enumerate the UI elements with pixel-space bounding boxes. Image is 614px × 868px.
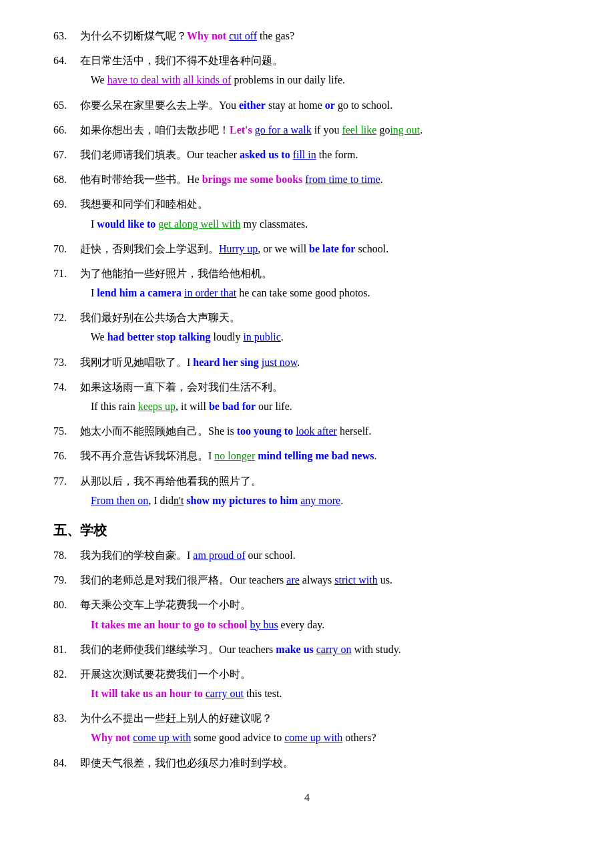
list-item: 77. 从那以后，我不再给他看我的照片了。 From then on, I di… xyxy=(53,472,561,509)
phrase: fill in xyxy=(293,149,316,160)
item-number: 64. xyxy=(53,51,80,89)
item-number: 73. xyxy=(53,353,80,371)
phrase: n't xyxy=(174,495,184,506)
item-body: 你要么呆在家里要么去上学。You either stay at home or … xyxy=(80,96,561,114)
keyword: or xyxy=(325,99,335,111)
phrase: asked us to xyxy=(240,149,290,160)
phrase: strict with xyxy=(334,574,377,586)
list-item: 81. 我们的老师使我们继续学习。Our teachers make us ca… xyxy=(53,640,561,658)
list-item: 76. 我不再介意告诉我坏消息。I no longer mind telling… xyxy=(53,447,561,465)
item-body: 从那以后，我不再给他看我的照片了。 From then on, I didn't… xyxy=(80,472,561,509)
zh-text: 每天乘公交车上学花费我一个小时。 xyxy=(80,596,561,614)
item-number: 67. xyxy=(53,146,80,164)
item-body: 赶快，否则我们会上学迟到。Hurry up, or we will be lat… xyxy=(80,240,561,258)
en-text: We have to deal with all kinds of proble… xyxy=(80,71,561,89)
zh-text: 为什么不切断煤气呢？Why not cut off the gas? xyxy=(80,27,561,45)
zh-text: 我们老师请我们填表。Our teacher asked us to fill i… xyxy=(80,146,561,164)
zh-text: 如果这场雨一直下着，会对我们生活不利。 xyxy=(80,378,561,396)
phrase: Why not xyxy=(91,732,130,743)
phrase: be bad for xyxy=(209,401,256,412)
zh-text: 我不再介意告诉我坏消息。I no longer mind telling me … xyxy=(80,447,561,465)
phrase: are xyxy=(286,574,300,586)
zh-text: 如果你想出去，咱们去散步吧！Let's go for a walk if you… xyxy=(80,121,561,139)
item-number: 69. xyxy=(53,195,80,232)
item-body: 她太小而不能照顾她自己。She is too young to look aft… xyxy=(80,422,561,440)
item-number: 80. xyxy=(53,596,80,633)
en-inline: Why not xyxy=(187,30,226,41)
phrase: come up with xyxy=(284,732,342,743)
phrase: come up with xyxy=(133,732,191,743)
list-item: 82. 开展这次测试要花费我们一个小时。 It will take us an … xyxy=(53,665,561,702)
item-number: 75. xyxy=(53,422,80,440)
item-number: 66. xyxy=(53,121,80,139)
item-body: 在日常生活中，我们不得不处理各种问题。 We have to deal with… xyxy=(80,51,561,89)
zh-text: 我刚才听见她唱歌了。I heard her sing just now. xyxy=(80,353,561,371)
item-body: 我们最好别在公共场合大声聊天。 We had better stop talki… xyxy=(80,308,561,346)
section-header: 五、学校 xyxy=(53,521,561,539)
item-number: 65. xyxy=(53,96,80,114)
phrase: would like to xyxy=(97,218,156,230)
list-item: 65. 你要么呆在家里要么去上学。You either stay at home… xyxy=(53,96,561,114)
item-number: 82. xyxy=(53,665,80,702)
list-item: 79. 我们的老师总是对我们很严格。Our teachers are alway… xyxy=(53,571,561,589)
zh-text: 我想要和同学们和睦相处。 xyxy=(80,195,561,213)
item-body: 我不再介意告诉我坏消息。I no longer mind telling me … xyxy=(80,447,561,465)
item-number: 81. xyxy=(53,640,80,658)
page-content: 63. 为什么不切断煤气呢？Why not cut off the gas? 6… xyxy=(53,27,561,804)
phrase: carry out xyxy=(206,688,244,699)
item-number: 84. xyxy=(53,754,80,772)
item-body: 为了他能拍一些好照片，我借给他相机。 I lend him a camera i… xyxy=(80,264,561,302)
list-item: 70. 赶快，否则我们会上学迟到。Hurry up, or we will be… xyxy=(53,240,561,258)
phrase: lend him a camera xyxy=(97,287,182,298)
list-item: 74. 如果这场雨一直下着，会对我们生活不利。 If this rain kee… xyxy=(53,378,561,415)
phrase: ing out xyxy=(390,124,420,136)
en-text: I lend him a camera in order that he can… xyxy=(80,284,561,302)
phrase: keeps up xyxy=(138,401,176,412)
list-item: 72. 我们最好别在公共场合大声聊天。 We had better stop t… xyxy=(53,308,561,346)
item-number: 76. xyxy=(53,447,80,465)
phrase: heard her sing xyxy=(193,357,258,368)
phrase: go for a walk xyxy=(255,124,312,136)
phrase: in public xyxy=(243,331,280,343)
zh-text: 我们最好别在公共场合大声聊天。 xyxy=(80,308,561,327)
item-body: 他有时带给我一些书。He brings me some books from t… xyxy=(80,170,561,188)
phrase: am proud of xyxy=(193,550,245,561)
list-item: 71. 为了他能拍一些好照片，我借给他相机。 I lend him a came… xyxy=(53,264,561,302)
phrase: be late for xyxy=(309,243,355,254)
item-body: 我们老师请我们填表。Our teacher asked us to fill i… xyxy=(80,146,561,164)
zh-text: 为了他能拍一些好照片，我借给他相机。 xyxy=(80,264,561,282)
en-text: It takes me an hour to go to school by b… xyxy=(80,616,561,634)
page-number: 4 xyxy=(53,792,561,804)
item-body: 为什么不切断煤气呢？Why not cut off the gas? xyxy=(80,27,561,45)
phrase: from time to time xyxy=(305,174,380,185)
item-number: 83. xyxy=(53,709,80,746)
en-text: From then on, I didn't show my pictures … xyxy=(80,491,561,509)
phrase: From then on xyxy=(91,495,148,506)
zh-text: 即使天气很差，我们也必须尽力准时到学校。 xyxy=(80,754,561,772)
zh-text: 我们的老师使我们继续学习。Our teachers make us carry … xyxy=(80,640,561,658)
zh-text: 为什么不提出一些赶上别人的好建议呢？ xyxy=(80,709,561,727)
phrase: any more xyxy=(300,495,340,506)
item-body: 我想要和同学们和睦相处。 I would like to get along w… xyxy=(80,195,561,232)
list-item: 84. 即使天气很差，我们也必须尽力准时到学校。 xyxy=(53,754,561,772)
item-number: 72. xyxy=(53,308,80,346)
list-item: 64. 在日常生活中，我们不得不处理各种问题。 We have to deal … xyxy=(53,51,561,89)
item-body: 我刚才听见她唱歌了。I heard her sing just now. xyxy=(80,353,561,371)
phrase: It takes me an hour to go to school xyxy=(91,619,247,630)
en-text: I would like to get along well with my c… xyxy=(80,215,561,233)
phrase: in order that xyxy=(184,287,236,298)
list-item: 69. 我想要和同学们和睦相处。 I would like to get alo… xyxy=(53,195,561,232)
list-item: 63. 为什么不切断煤气呢？Why not cut off the gas? xyxy=(53,27,561,45)
en-text: We had better stop talking loudly in pub… xyxy=(80,328,561,346)
phrase: no longer xyxy=(214,450,255,461)
zh-text: 她太小而不能照顾她自己。She is too young to look aft… xyxy=(80,422,561,440)
phrase: had better stop talking xyxy=(107,331,211,343)
item-number: 77. xyxy=(53,472,80,509)
zh-text: 从那以后，我不再给他看我的照片了。 xyxy=(80,472,561,490)
list-item: 68. 他有时带给我一些书。He brings me some books fr… xyxy=(53,170,561,188)
item-number: 78. xyxy=(53,546,80,564)
item-number: 71. xyxy=(53,264,80,302)
items-section-2: 78. 我为我们的学校自豪。I am proud of our school. … xyxy=(53,546,561,772)
item-number: 63. xyxy=(53,27,80,45)
item-number: 70. xyxy=(53,240,80,258)
